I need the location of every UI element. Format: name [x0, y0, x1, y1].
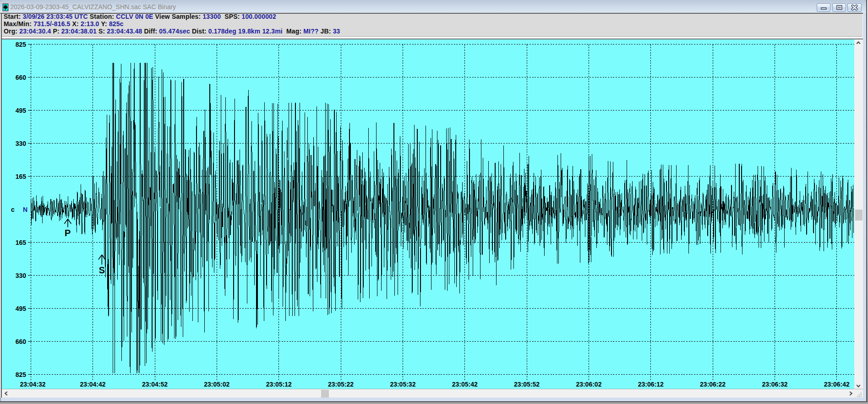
svg-text:660: 660	[16, 338, 27, 345]
svg-text:23:05:12: 23:05:12	[266, 381, 292, 388]
svg-text:165: 165	[16, 239, 27, 246]
svg-text:23:05:42: 23:05:42	[452, 381, 478, 388]
svg-text:330: 330	[16, 140, 27, 147]
svg-text:23:06:22: 23:06:22	[700, 381, 726, 388]
svg-text:23:06:42: 23:06:42	[824, 381, 850, 388]
svg-text:660: 660	[16, 74, 27, 81]
svg-text:23:06:12: 23:06:12	[638, 381, 664, 388]
svg-text:N: N	[23, 206, 27, 213]
svg-text:23:04:52: 23:04:52	[142, 381, 168, 388]
svg-text:23:05:02: 23:05:02	[204, 381, 229, 388]
svg-text:165: 165	[16, 173, 27, 180]
svg-text:S: S	[99, 265, 105, 275]
svg-text:23:05:52: 23:05:52	[514, 381, 540, 388]
svg-text:495: 495	[16, 107, 27, 114]
svg-text:23:05:22: 23:05:22	[328, 381, 354, 388]
svg-text:23:05:32: 23:05:32	[390, 381, 415, 388]
svg-text:825: 825	[16, 371, 27, 378]
svg-text:23:04:42: 23:04:42	[80, 381, 106, 388]
svg-text:c: c	[11, 206, 15, 213]
svg-text:23:04:32: 23:04:32	[20, 381, 45, 388]
svg-text:825: 825	[16, 41, 27, 48]
svg-text:23:06:32: 23:06:32	[762, 381, 787, 388]
svg-text:P: P	[65, 228, 71, 238]
svg-text:330: 330	[16, 272, 27, 279]
svg-text:495: 495	[16, 305, 27, 312]
svg-text:23:06:02: 23:06:02	[576, 381, 601, 388]
